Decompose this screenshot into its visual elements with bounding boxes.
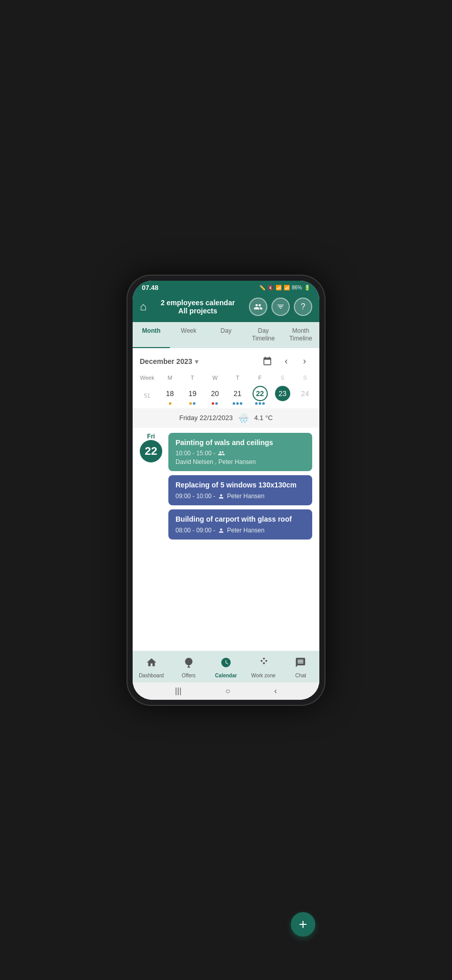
event-carport[interactable]: Building of carport with glass roof 08:0…: [168, 509, 312, 540]
status-icons: ✏️ 🔇 📶 📶 86% 🔋: [259, 285, 310, 290]
weekday-f: F: [249, 373, 271, 383]
dot: [259, 402, 261, 405]
event-painting[interactable]: Painting of wals and ceilings 10:00 - 15…: [168, 433, 312, 472]
header-title-line2: All projects: [152, 307, 244, 315]
status-bar: 07.48 ✏️ 🔇 📶 📶 86% 🔋: [133, 281, 319, 293]
day-dots-21: [233, 402, 242, 405]
day-23[interactable]: 23: [271, 384, 294, 407]
day-number-24: 24: [297, 386, 313, 401]
nav-calendar-label: Calendar: [215, 673, 237, 678]
nav-workzone-label: Work zone: [251, 673, 275, 678]
dot: [236, 402, 239, 405]
employees-button[interactable]: [249, 298, 267, 316]
home-icon[interactable]: ⌂: [140, 300, 146, 313]
day-header: Fri 22 Painting of wals and ceilings 10:…: [140, 433, 312, 540]
dot: [215, 402, 218, 405]
event-windows-title: Replacing of 5 windows 130x130cm: [175, 480, 305, 489]
home-button[interactable]: ○: [225, 687, 231, 696]
day-label-text: Fri: [147, 433, 155, 440]
nav-workzone[interactable]: Work zone: [245, 655, 282, 680]
day-number-23: 23: [275, 386, 290, 401]
calendar-picker-button[interactable]: [259, 353, 275, 370]
tab-week[interactable]: Week: [170, 322, 207, 348]
day-22[interactable]: 22: [249, 384, 271, 407]
day-18[interactable]: 18: [159, 384, 181, 407]
header-buttons: ?: [249, 298, 312, 316]
event-windows[interactable]: Replacing of 5 windows 130x130cm 09:00 -…: [168, 475, 312, 505]
month-title: December 2023 ▾: [140, 356, 256, 366]
nav-offers[interactable]: Offers: [170, 655, 207, 680]
bottom-nav: Dashboard Offers Calendar: [133, 651, 319, 682]
nav-chat[interactable]: Chat: [282, 655, 319, 680]
day-circle: 22: [140, 440, 162, 462]
event-carport-details: 08:00 - 09:00 - Peter Hansen: [175, 526, 305, 535]
dashboard-icon: [146, 657, 157, 671]
weather-bar: Friday 22/12/2023 🌧️ 4.1 °C: [133, 408, 319, 428]
day-21[interactable]: 21: [226, 384, 248, 407]
nav-chat-label: Chat: [295, 673, 306, 678]
persons-icon: [218, 450, 225, 457]
workzone-icon: [258, 657, 269, 671]
dot: [262, 402, 265, 405]
nav-calendar[interactable]: Calendar: [207, 655, 244, 680]
help-icon: ?: [301, 302, 306, 311]
day-number-18: 18: [162, 386, 178, 401]
mute-icon: 🔇: [267, 285, 273, 290]
day-20[interactable]: 20: [204, 384, 226, 407]
status-time: 07.48: [142, 284, 159, 291]
calendar-section: December 2023 ▾ ‹ › Week M T W T F: [133, 348, 319, 428]
next-month-button[interactable]: ›: [297, 354, 312, 369]
day-number-21: 21: [230, 386, 245, 401]
dot: [240, 402, 242, 405]
tab-month[interactable]: Month: [133, 322, 170, 348]
weekdays-row: Week M T W T F S S: [133, 373, 319, 383]
help-button[interactable]: ?: [294, 298, 312, 316]
weekday-m: M: [159, 373, 181, 383]
nav-dashboard-label: Dashboard: [139, 673, 164, 678]
dot: [212, 402, 214, 405]
header-title-line1: 2 employees calendar: [152, 299, 244, 307]
dot: [255, 402, 258, 405]
nav-dashboard[interactable]: Dashboard: [133, 655, 170, 680]
event-windows-time: 09:00 - 10:00 -: [175, 492, 215, 501]
event-windows-details: 09:00 - 10:00 - Peter Hansen: [175, 492, 305, 501]
battery-text: 86%: [292, 285, 302, 290]
back-button[interactable]: ‹: [274, 687, 277, 696]
events-list: Painting of wals and ceilings 10:00 - 15…: [168, 433, 312, 540]
week-label: Week: [136, 373, 159, 383]
tab-month-timeline[interactable]: MonthTimeline: [282, 322, 319, 348]
offers-icon: [183, 657, 194, 671]
dot: [193, 402, 195, 405]
day-label-area: Fri 22: [140, 433, 162, 462]
nav-offers-label: Offers: [182, 673, 195, 678]
event-painting-title: Painting of wals and ceilings: [175, 438, 305, 447]
filter-button[interactable]: [271, 298, 290, 316]
event-carport-time: 08:00 - 09:00 -: [175, 526, 215, 535]
menu-button[interactable]: |||: [175, 687, 181, 696]
day-19[interactable]: 19: [181, 384, 204, 407]
phone-shell: 07.48 ✏️ 🔇 📶 📶 86% 🔋 ⌂ 2 employees calen…: [127, 275, 325, 706]
person-icon-2: [218, 527, 224, 534]
week-number-51: 51: [136, 393, 159, 399]
day-dots-20: [212, 402, 218, 405]
tab-day-timeline[interactable]: DayTimeline: [245, 322, 282, 348]
wifi-icon: 📶: [275, 285, 282, 290]
event-painting-person-name: David Nielsen , Peter Hansen: [175, 458, 256, 467]
weekday-t2: T: [226, 373, 248, 383]
tab-day[interactable]: Day: [207, 322, 244, 348]
weekday-w: W: [204, 373, 226, 383]
calendar-icon: [220, 657, 232, 671]
day-24[interactable]: 24: [294, 384, 316, 407]
app-header: ⌂ 2 employees calendar All projects ?: [133, 293, 319, 322]
dot: [169, 402, 171, 405]
event-carport-person: Peter Hansen: [227, 526, 264, 535]
event-painting-person: David Nielsen , Peter Hansen: [175, 458, 305, 467]
header-title: 2 employees calendar All projects: [152, 299, 244, 315]
weather-temp: 4.1 °C: [254, 414, 272, 422]
weekday-t1: T: [181, 373, 204, 383]
chat-icon: [295, 657, 306, 671]
prev-month-button[interactable]: ‹: [279, 354, 294, 369]
edit-icon: ✏️: [259, 285, 265, 290]
day-dots-22: [255, 402, 265, 405]
dot: [233, 402, 235, 405]
